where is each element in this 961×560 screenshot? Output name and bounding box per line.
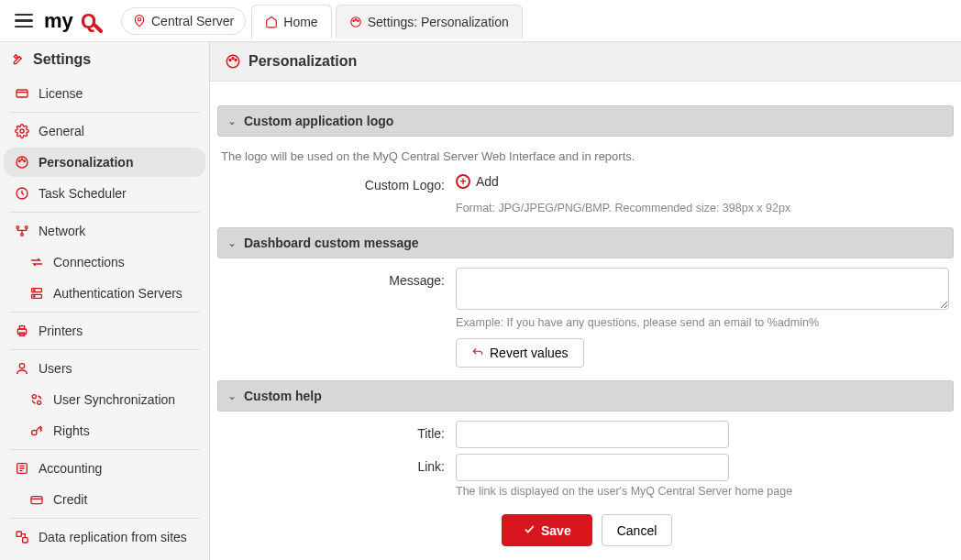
- svg-point-20: [34, 290, 35, 291]
- cancel-button[interactable]: Cancel: [602, 514, 673, 546]
- help-title-input[interactable]: [456, 421, 729, 448]
- sidebar-item-reports[interactable]: Reports: [4, 554, 205, 560]
- message-label: Message:: [217, 268, 456, 288]
- sidebar-item-label: Printers: [39, 324, 83, 338]
- user-icon: [15, 361, 29, 376]
- sidebar-item-task-scheduler[interactable]: Task Scheduler: [4, 179, 205, 208]
- sidebar-item-label: Network: [39, 224, 85, 238]
- network-icon: [15, 224, 29, 238]
- tab-settings-label: Settings: Personalization: [368, 15, 509, 29]
- svg-point-2: [138, 17, 141, 21]
- sidebar-item-rights[interactable]: Rights: [4, 416, 205, 445]
- separator: [9, 518, 200, 519]
- svg-point-25: [19, 364, 24, 368]
- svg-point-38: [232, 58, 234, 60]
- sidebar-item-personalization[interactable]: Personalization: [4, 148, 205, 177]
- accounting-icon: [15, 461, 29, 476]
- svg-rect-30: [31, 497, 42, 504]
- svg-point-27: [38, 401, 41, 404]
- tab-home[interactable]: Home: [251, 5, 331, 38]
- chevron-down-icon: ⌄: [227, 236, 237, 249]
- check-icon: [523, 522, 536, 538]
- sidebar-item-credit[interactable]: Credit: [4, 485, 205, 514]
- logo-help-text: The logo will be used on the MyQ Central…: [217, 146, 954, 172]
- svg-point-16: [25, 226, 28, 229]
- sidebar-item-label: Authentication Servers: [53, 286, 182, 301]
- svg-rect-32: [17, 532, 21, 536]
- svg-text:my: my: [44, 9, 74, 32]
- save-button[interactable]: Save: [502, 514, 592, 546]
- home-icon: [265, 16, 278, 28]
- chevron-down-icon: ⌄: [227, 390, 237, 402]
- separator: [9, 112, 200, 113]
- svg-point-26: [32, 395, 36, 399]
- card-icon: [15, 86, 29, 101]
- sidebar-item-label: License: [39, 86, 83, 101]
- page-title: Personalization: [249, 53, 357, 70]
- save-label: Save: [541, 523, 571, 538]
- sidebar-item-connections[interactable]: Connections: [4, 247, 205, 277]
- sidebar-item-data-replication[interactable]: Data replication from sites: [4, 522, 205, 552]
- help-link-label: Link:: [217, 454, 456, 474]
- location-icon: [133, 15, 146, 27]
- sidebar-item-users[interactable]: Users: [4, 354, 205, 383]
- myq-logo[interactable]: my Q: [44, 9, 112, 33]
- section-toggle-help[interactable]: ⌄ Custom help: [217, 380, 954, 412]
- separator: [9, 449, 200, 450]
- sidebar-item-accounting[interactable]: Accounting: [4, 454, 205, 483]
- central-server-chip[interactable]: Central Server: [121, 7, 246, 35]
- sidebar-item-auth-servers[interactable]: Authentication Servers: [4, 279, 205, 308]
- sidebar-item-general[interactable]: General: [4, 116, 205, 146]
- sidebar-title: Settings: [0, 42, 209, 77]
- palette-icon: [15, 155, 29, 170]
- revert-label: Revert values: [490, 346, 569, 360]
- sidebar-item-user-sync[interactable]: User Synchronization: [4, 385, 205, 414]
- svg-point-37: [229, 60, 231, 61]
- tab-settings-personalization[interactable]: Settings: Personalization: [336, 5, 523, 38]
- svg-point-6: [357, 20, 358, 21]
- sidebar-item-label: Connections: [53, 255, 125, 269]
- palette-icon: [349, 16, 362, 28]
- topbar: my Q Central Server Home Settings: Perso…: [0, 0, 961, 42]
- palette-icon: [225, 53, 241, 70]
- sidebar: Settings License General Personalization: [0, 42, 210, 560]
- page-header: Personalization: [210, 42, 961, 82]
- sidebar-item-label: Rights: [53, 423, 90, 438]
- sidebar-item-label: Task Scheduler: [39, 186, 127, 201]
- revert-values-button[interactable]: Revert values: [456, 338, 584, 368]
- mandatory-note: Fields marked by * are mandatory.: [217, 546, 954, 560]
- svg-point-17: [21, 234, 24, 236]
- help-title-label: Title:: [217, 421, 456, 441]
- svg-text:Q: Q: [81, 9, 96, 32]
- tools-icon: [11, 52, 26, 67]
- section-title: Custom application logo: [244, 114, 393, 128]
- add-label: Add: [476, 174, 499, 189]
- section-toggle-dashboard[interactable]: ⌄ Dashboard custom message: [217, 227, 954, 258]
- chevron-down-icon: ⌄: [227, 115, 237, 127]
- sidebar-item-license[interactable]: License: [4, 79, 205, 108]
- svg-point-4: [353, 20, 354, 21]
- add-logo-button[interactable]: + Add: [456, 172, 499, 191]
- svg-point-15: [17, 226, 19, 229]
- key-icon: [29, 423, 44, 438]
- svg-rect-7: [17, 90, 28, 97]
- sidebar-item-label: General: [39, 124, 84, 138]
- message-input[interactable]: [456, 268, 949, 310]
- separator: [9, 212, 200, 213]
- help-link-input[interactable]: [456, 454, 729, 481]
- sidebar-item-label: User Synchronization: [53, 392, 175, 407]
- gear-icon: [15, 124, 29, 138]
- arrows-icon: [29, 255, 44, 269]
- sidebar-item-network[interactable]: Network: [4, 216, 205, 246]
- separator: [9, 349, 200, 350]
- menu-toggle[interactable]: [7, 6, 40, 36]
- section-title: Custom help: [244, 389, 322, 403]
- clock-icon: [15, 186, 29, 201]
- svg-point-5: [355, 19, 356, 20]
- replication-icon: [15, 530, 29, 544]
- sidebar-item-printers[interactable]: Printers: [4, 316, 205, 346]
- help-link-hint: The link is displayed on the user's MyQ …: [456, 485, 954, 498]
- plus-icon: +: [456, 174, 470, 189]
- logo-format-hint: Format: JPG/JPEG/PNG/BMP. Recommended si…: [456, 202, 954, 214]
- section-toggle-logo[interactable]: ⌄ Custom application logo: [217, 105, 954, 137]
